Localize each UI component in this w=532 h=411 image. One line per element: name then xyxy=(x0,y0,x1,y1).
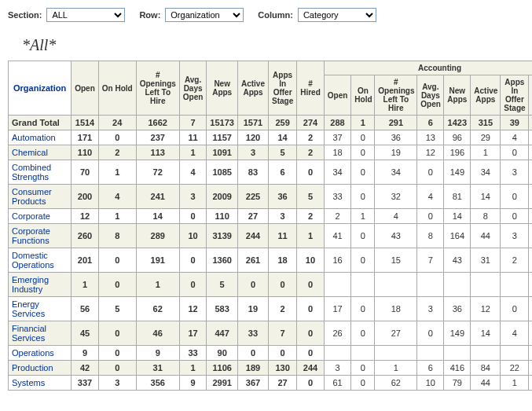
cell: 171 xyxy=(72,130,99,145)
cell: 84 xyxy=(471,361,501,376)
cell: 33 xyxy=(179,346,207,361)
cell: 3 xyxy=(417,297,444,321)
cell: 1 xyxy=(471,145,501,160)
cell xyxy=(417,346,444,361)
cell: 2 xyxy=(297,209,325,224)
row-label[interactable]: Combined Strengths xyxy=(9,160,72,185)
cell: 1 xyxy=(351,209,375,224)
cell: 0 xyxy=(268,273,296,297)
cell: 0 xyxy=(351,130,375,145)
cell: 61 xyxy=(324,376,351,391)
cell: 0 xyxy=(417,209,444,224)
cell: 36 xyxy=(375,130,417,145)
row-label: Row: xyxy=(139,10,160,20)
cell: 0 xyxy=(179,209,207,224)
acc-newapps: New Apps xyxy=(444,75,471,116)
row-label[interactable]: Production xyxy=(9,361,72,376)
cell: 3 xyxy=(237,145,268,160)
cell: 1 xyxy=(72,273,99,297)
section-select[interactable]: ALL xyxy=(46,8,125,22)
row-label[interactable]: Systems xyxy=(9,376,72,391)
cell xyxy=(351,273,375,297)
cell: 0 xyxy=(501,185,529,209)
cell: 5 xyxy=(297,185,325,209)
cell: 26 xyxy=(324,321,351,346)
cell: 1157 xyxy=(207,130,238,145)
cell: 14 xyxy=(471,321,501,346)
col-hired: # Hired xyxy=(297,61,325,116)
cell: 9 xyxy=(136,346,179,361)
cell: 56 xyxy=(72,297,99,321)
col-onhold: On Hold xyxy=(98,61,136,116)
row-label[interactable]: Emerging Industry xyxy=(9,273,72,297)
cell: 8 xyxy=(471,209,501,224)
cell: 0 xyxy=(529,185,532,209)
cell: 14 xyxy=(444,209,471,224)
cell: 0 xyxy=(417,160,444,185)
row-header-organization[interactable]: Organization xyxy=(9,61,72,116)
cell: 27 xyxy=(237,209,268,224)
cell: 6 xyxy=(417,116,444,130)
cell: 0 xyxy=(237,273,268,297)
cell: 19 xyxy=(237,297,268,321)
cell: 356 xyxy=(136,376,179,391)
row-select[interactable]: Organization xyxy=(165,8,244,22)
row-label[interactable]: Corporate xyxy=(9,209,72,224)
cell: 12 xyxy=(72,209,99,224)
row-label[interactable]: Chemical xyxy=(9,145,72,160)
cell xyxy=(529,346,532,361)
table-row: Operations9093390000 xyxy=(9,346,533,361)
cell: 191 xyxy=(136,248,179,273)
acc-offerstage: Apps In Offer Stage xyxy=(501,75,529,116)
cell: 0 xyxy=(351,361,375,376)
cell: 5 xyxy=(268,145,296,160)
row-label[interactable]: Operations xyxy=(9,346,72,361)
row-label[interactable]: Financial Services xyxy=(9,321,72,346)
cell: 36 xyxy=(444,297,471,321)
cell: 0 xyxy=(529,145,532,160)
cell: 1 xyxy=(501,376,529,391)
row-label[interactable]: Consumer Products xyxy=(9,185,72,209)
cell: 0 xyxy=(297,321,325,346)
cell: 34 xyxy=(324,160,351,185)
cell: 3 xyxy=(98,376,136,391)
cell: 244 xyxy=(237,224,268,248)
cell: 3139 xyxy=(207,224,238,248)
cell: 70 xyxy=(72,160,99,185)
cell: 42 xyxy=(72,361,99,376)
row-label[interactable]: Energy Services xyxy=(9,297,72,321)
cell xyxy=(324,273,351,297)
cell: 31 xyxy=(471,248,501,273)
cell: 0 xyxy=(297,346,325,361)
cell: 9 xyxy=(179,376,207,391)
cell: 0 xyxy=(529,160,532,185)
cell: 62 xyxy=(375,376,417,391)
cell: 244 xyxy=(297,361,325,376)
cell: 149 xyxy=(444,160,471,185)
cell: 7 xyxy=(179,116,207,130)
cell: 225 xyxy=(237,185,268,209)
table-row: Domestic Operations201019101360261181016… xyxy=(9,248,533,273)
acc-open: Open xyxy=(324,75,351,116)
cell: 11 xyxy=(268,224,296,248)
cell: 3 xyxy=(179,185,207,209)
cell: 0 xyxy=(529,297,532,321)
cell: 288 xyxy=(324,116,351,130)
cell: 14 xyxy=(136,209,179,224)
cell: 10 xyxy=(179,224,207,248)
row-label[interactable]: Corporate Functions xyxy=(9,224,72,248)
row-label[interactable]: Domestic Operations xyxy=(9,248,72,273)
cell: 7 xyxy=(417,248,444,273)
cell: 0 xyxy=(351,224,375,248)
cell xyxy=(324,346,351,361)
cell: 12 xyxy=(417,145,444,160)
cell: 34 xyxy=(471,160,501,185)
column-select[interactable]: Category xyxy=(298,8,376,22)
cell: 96 xyxy=(444,130,471,145)
row-label[interactable]: Automation xyxy=(9,130,72,145)
cell: 120 xyxy=(237,130,268,145)
cell: 15173 xyxy=(207,116,238,130)
cell: 6 xyxy=(417,361,444,376)
table-row: Corporate1211401102732214014800 xyxy=(9,209,533,224)
cell: 1 xyxy=(179,145,207,160)
